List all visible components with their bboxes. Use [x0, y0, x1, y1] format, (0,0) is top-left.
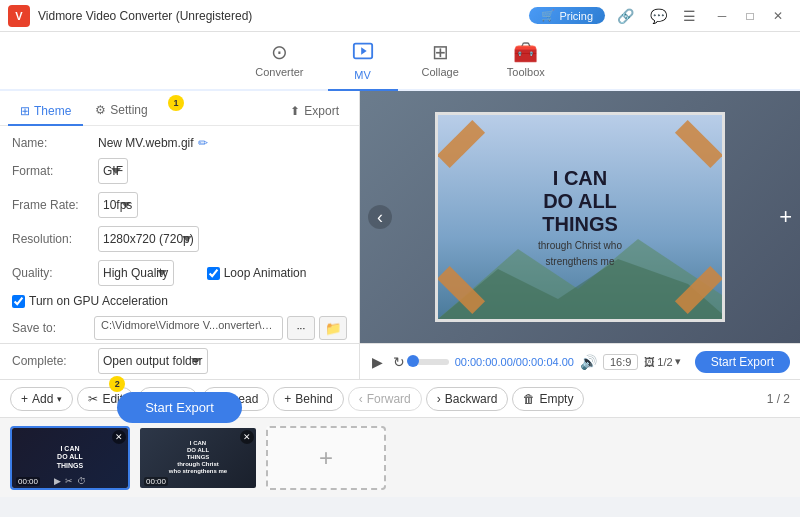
tab-toolbox-label: Toolbox [507, 66, 545, 78]
tab-mv[interactable]: MV [328, 36, 398, 91]
empty-button[interactable]: 🗑 Empty [512, 387, 584, 411]
close-button[interactable]: ✕ [764, 2, 792, 30]
tab-collage-label: Collage [422, 66, 459, 78]
right-panel: ‹ I CAN DO ALL THINGS [360, 91, 800, 343]
format-row: Format: GIF [12, 158, 347, 184]
clip-1-close[interactable]: ✕ [112, 430, 126, 444]
menu-icon[interactable]: ☰ [679, 6, 700, 26]
loop-label[interactable]: Loop Animation [207, 266, 307, 280]
preview-left-arrow[interactable]: ‹ [368, 205, 392, 229]
aspect-ratio-value: 16:9 [610, 356, 631, 368]
tab-export-label: Export [304, 104, 339, 118]
tab-setting-label: Setting [110, 103, 147, 117]
resolution-row: Resolution: 1280x720 (720p) [12, 226, 347, 252]
preview-area: ‹ I CAN DO ALL THINGS [360, 91, 800, 343]
saveto-more-button[interactable]: ··· [287, 316, 315, 340]
tab-converter-label: Converter [255, 66, 303, 78]
timeline-page-count: 1 / 2 [767, 392, 790, 406]
complete-select-wrap: Open output folder [98, 348, 347, 374]
progress-bar[interactable] [413, 359, 449, 365]
badge-1: 1 [168, 95, 184, 111]
resolution-label: Resolution: [12, 232, 90, 246]
tab-setting[interactable]: ⚙ Setting [83, 97, 159, 125]
framerate-select-wrap: 10fps [98, 192, 347, 218]
timeline-clip-1[interactable]: I CANDO ALLTHINGS ✕ 00:00 ▶ ✂ ⏱ [10, 426, 130, 490]
tab-toolbox[interactable]: 🧰 Toolbox [483, 36, 569, 89]
loop-checkbox[interactable] [207, 267, 220, 280]
page-selector[interactable]: 🖼 1/2 ▾ [644, 355, 680, 368]
resolution-select[interactable]: 1280x720 (720p) [98, 226, 199, 252]
clip-1-play[interactable]: ▶ [54, 476, 61, 486]
quality-select[interactable]: High Quality [98, 260, 174, 286]
complete-label: Complete: [12, 354, 90, 368]
tab-export[interactable]: ⬆ Export [278, 98, 351, 124]
form-area: Name: New MV.webm.gif ✏ Format: GIF Fram… [0, 126, 359, 384]
preview-frame: I CAN DO ALL THINGS through Christ who s… [435, 112, 725, 322]
mv-icon [352, 40, 374, 67]
preview-inner: I CAN DO ALL THINGS through Christ who s… [438, 115, 722, 319]
framerate-select[interactable]: 10fps [98, 192, 138, 218]
quality-select-wrap: High Quality [98, 260, 193, 286]
quality-label: Quality: [12, 266, 90, 280]
tab-collage[interactable]: ⊞ Collage [398, 36, 483, 89]
backward-button[interactable]: › Backward [426, 387, 509, 411]
tape-topright [675, 120, 722, 168]
page-icon: 🖼 [644, 356, 655, 368]
name-row: Name: New MV.webm.gif ✏ [12, 136, 347, 150]
start-export-right-button[interactable]: Start Export [695, 351, 790, 373]
format-select[interactable]: GIF [98, 158, 128, 184]
tab-theme-label: Theme [34, 104, 71, 118]
cart-icon: 🛒 [541, 9, 555, 22]
time-display: 00:00:00.00/00:00:04.00 [455, 356, 574, 368]
volume-button[interactable]: 🔊 [580, 354, 597, 370]
setting-gear-icon: ⚙ [95, 103, 106, 117]
gpu-label[interactable]: Turn on GPU Acceleration [12, 294, 168, 308]
saveto-folder-button[interactable]: 📁 [319, 316, 347, 340]
backward-label: Backward [445, 392, 498, 406]
complete-row: Complete: Open output folder [12, 348, 347, 374]
format-label: Format: [12, 164, 90, 178]
page-value: 1/2 [657, 356, 672, 368]
play-button[interactable]: ▶ [370, 352, 385, 372]
framerate-label: Frame Rate: [12, 198, 90, 212]
chat-icon[interactable]: 💬 [646, 6, 671, 26]
gpu-checkbox[interactable] [12, 295, 25, 308]
app-title: Vidmore Video Converter (Unregistered) [38, 9, 529, 23]
converter-icon: ⊙ [271, 40, 288, 64]
progress-handle[interactable] [407, 355, 419, 367]
maximize-button[interactable]: □ [736, 2, 764, 30]
collage-icon: ⊞ [432, 40, 449, 64]
loop-button[interactable]: ↻ [391, 352, 407, 372]
complete-select[interactable]: Open output folder [98, 348, 208, 374]
preview-subtext2: strengthens me [538, 256, 622, 268]
toolbox-icon: 🧰 [513, 40, 538, 64]
tab-theme[interactable]: ⊞ Theme [8, 98, 83, 126]
timeline-clip-2[interactable]: I CANDO ALLTHINGSthrough Christwho stren… [138, 426, 258, 490]
clip-1-controls: ▶ ✂ ⏱ [12, 476, 128, 486]
clip-1-cut[interactable]: ✂ [65, 476, 73, 486]
window-controls: ─ □ ✕ [708, 2, 792, 30]
preview-line1: I CAN [538, 167, 622, 190]
start-export-button[interactable]: Start Export [117, 392, 242, 423]
preview-add-button[interactable]: + [779, 204, 792, 230]
name-edit-icon[interactable]: ✏ [198, 136, 208, 150]
titlebar: V Vidmore Video Converter (Unregistered)… [0, 0, 800, 32]
nav-tabs: ⊙ Converter MV ⊞ Collage 🧰 Toolbox [0, 32, 800, 91]
aspect-ratio-selector[interactable]: 16:9 [603, 354, 638, 370]
trash-icon: 🗑 [523, 392, 535, 406]
gpu-row: Turn on GPU Acceleration [12, 294, 347, 308]
link-icon[interactable]: 🔗 [613, 6, 638, 26]
minimize-button[interactable]: ─ [708, 2, 736, 30]
left-tabs: ⊞ Theme ⚙ Setting 1 ⬆ Export [0, 91, 359, 126]
pricing-label: Pricing [559, 10, 593, 22]
clip-1-clock[interactable]: ⏱ [77, 476, 86, 486]
preview-subtext1: through Christ who [538, 240, 622, 252]
backward-icon: › [437, 392, 441, 406]
name-label: Name: [12, 136, 90, 150]
pricing-button[interactable]: 🛒 Pricing [529, 7, 605, 24]
tab-converter[interactable]: ⊙ Converter [231, 36, 327, 89]
export-icon: ⬆ [290, 104, 300, 118]
clip-2-close[interactable]: ✕ [240, 430, 254, 444]
tab-mv-label: MV [354, 69, 371, 81]
saveto-row: Save to: C:\Vidmore\Vidmore V...onverter… [12, 316, 347, 340]
